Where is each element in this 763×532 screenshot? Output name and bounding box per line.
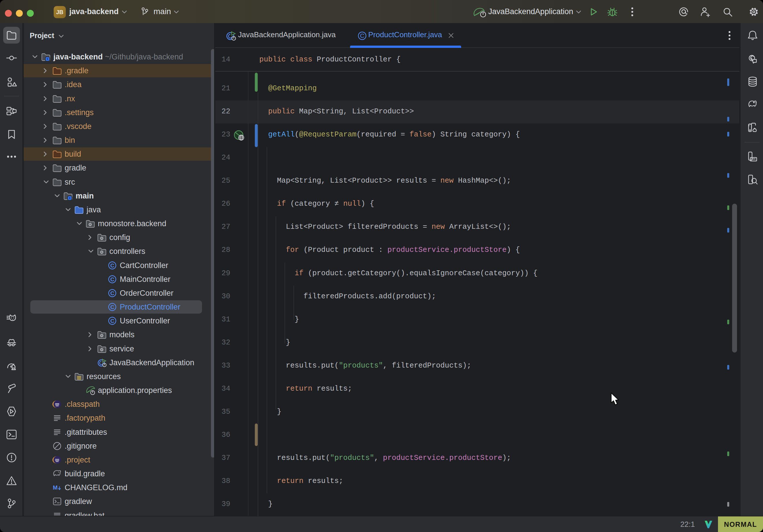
svg-text:M: M [53,484,58,491]
svg-text:C: C [110,304,114,310]
svg-text:C: C [110,263,114,268]
svg-text:C: C [110,318,114,324]
svg-text:C: C [360,32,364,39]
svg-text:C: C [110,276,114,282]
svg-text:C: C [110,290,114,296]
